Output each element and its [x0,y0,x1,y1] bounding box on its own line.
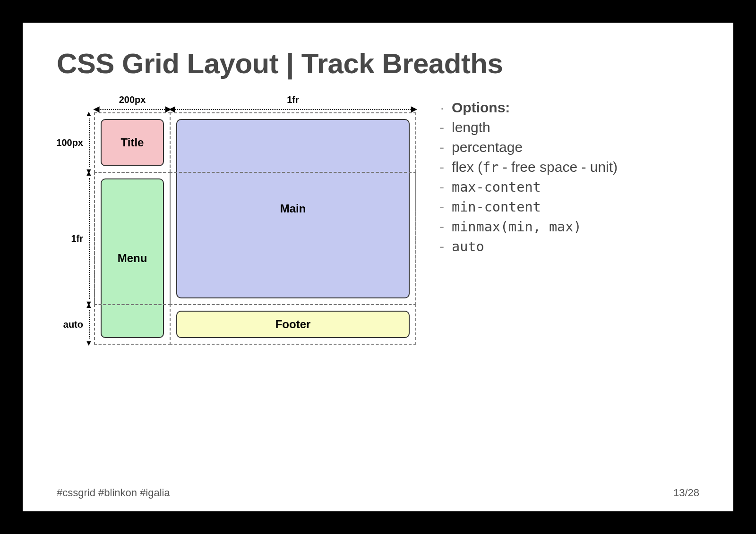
row-track-labels: 100px ▲ ▼ 1fr ▲ ▼ auto [57,113,94,344]
options-list: · Options: -length-percentage-flex (fr -… [435,94,699,344]
bullet-dash-icon: - [435,238,444,254]
options-item-text: min-content [452,199,541,215]
options-item-text: max-content [452,179,541,195]
row-label-2: 1fr ▲ ▼ [57,172,94,305]
options-heading: · Options: [435,100,699,116]
options-item-text: length [452,119,490,136]
col-label-1: 200px ◀ ▶ [94,94,170,113]
options-item-text: minmax(min, max) [452,219,582,235]
bullet-dash-icon: - [435,219,444,235]
slide: CSS Grid Layout | Track Breadths 200px ◀… [23,23,733,511]
options-item-text: flex (fr - free space - unit) [452,159,618,175]
row-arrow-3: ▲ ▼ [85,306,93,342]
grid-cell-main: Main [170,112,416,305]
row-label-2-text: 1fr [71,233,83,244]
col-label-1-text: 200px [94,94,170,105]
bullet-dash-icon: - [435,159,444,175]
options-item: -min-content [435,199,699,215]
row-arrow-2: ▲ ▼ [85,174,93,303]
grid-cell-title: Title [94,112,171,173]
options-item: -length [435,119,699,136]
col-label-2-text: 1fr [170,94,416,105]
col-arrow-1: ◀ ▶ [94,105,170,113]
hashtags: #cssgrid #blinkon #igalia [57,487,170,499]
slide-stage: CSS Grid Layout | Track Breadths 200px ◀… [0,0,756,534]
options-item: -auto [435,238,699,254]
row-label-1-text: 100px [56,137,83,148]
bullet-dash-icon: - [435,179,444,195]
slide-body: 200px ◀ ▶ 1fr ◀ ▶ [57,94,699,344]
options-item-code: auto [452,239,484,254]
bullet-dash-icon: - [435,119,444,136]
row-arrow-1: ▲ ▼ [85,115,93,170]
bullet-dash-icon: - [435,199,444,215]
slide-footer: #cssgrid #blinkon #igalia 13/28 [57,487,699,499]
grid-cell-footer: Footer [170,304,416,345]
row-label-3-text: auto [63,319,83,330]
row-label-3: auto ▲ ▼ [57,305,94,344]
grid-area-main: Main [176,119,410,298]
grid-cell-menu: Menu [94,172,171,345]
grid-example: Title Menu Main Footer [94,113,416,344]
options-item: -percentage [435,139,699,155]
options-item-text: percentage [452,139,523,155]
page-indicator: 13/28 [673,487,699,499]
grid-area-title: Title [101,119,164,166]
grid-area-footer: Footer [176,311,410,338]
options-item: -minmax(min, max) [435,219,699,235]
bullet-dash-icon: - [435,139,444,155]
grid-diagram: 200px ◀ ▶ 1fr ◀ ▶ [57,94,416,344]
options-item-code: fr [482,160,498,175]
bullet-dot-icon: · [435,100,444,116]
options-item: -flex (fr - free space - unit) [435,159,699,175]
options-item-text: auto [452,238,484,254]
column-track-labels: 200px ◀ ▶ 1fr ◀ ▶ [94,94,416,113]
options-item: -max-content [435,179,699,195]
options-item-code: min-content [452,199,541,215]
options-heading-text: Options: [452,100,510,116]
options-item-code: minmax(min, max) [452,219,582,235]
grid-area-menu: Menu [101,178,164,338]
options-item-code: max-content [452,179,541,195]
col-label-2: 1fr ◀ ▶ [170,94,416,113]
slide-title: CSS Grid Layout | Track Breadths [57,47,699,80]
row-label-1: 100px ▲ ▼ [57,113,94,172]
col-arrow-2: ◀ ▶ [170,105,416,113]
